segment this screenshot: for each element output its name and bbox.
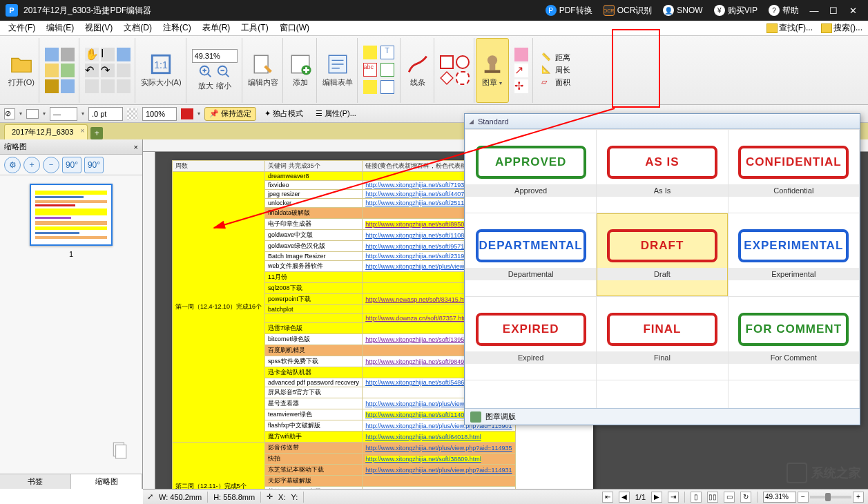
exclusive-mode-toggle[interactable]: ✦独占模式: [260, 108, 307, 119]
arrow-icon[interactable]: ↗: [514, 64, 528, 77]
opacity-input[interactable]: 100%: [142, 107, 177, 121]
stamp-option[interactable]: APPROVEDApproved: [465, 130, 596, 213]
table-link[interactable]: http://www.xitongzhijia.net/plus/view.ph…: [365, 445, 512, 452]
zoom-out-button[interactable]: 缩小: [216, 64, 231, 91]
table-link[interactable]: http://www.xitongzhijia.net/soft/64018.h…: [365, 434, 481, 440]
new-tab-button[interactable]: +: [90, 127, 103, 139]
keep-selected-toggle[interactable]: 📌保持选定: [204, 107, 256, 121]
underline-icon[interactable]: [380, 63, 394, 77]
user-menu[interactable]: 👤SNOW: [663, 5, 702, 16]
stamp-palette-button[interactable]: 图章调版: [465, 408, 860, 425]
edit-content-group[interactable]: 编辑内容: [244, 38, 283, 103]
mail-icon[interactable]: [45, 64, 59, 77]
rotate-ccw-icon[interactable]: 90°: [62, 157, 81, 173]
single-page-view-icon[interactable]: ▯: [691, 492, 702, 503]
edit-form-group[interactable]: 编辑表单: [318, 38, 358, 103]
table-link[interactable]: http://www.downza.cn/soft/87357.html: [365, 315, 470, 322]
properties-button[interactable]: ☰属性(P)...: [311, 108, 360, 119]
table-link[interactable]: http://www.xitongzhijia.net/soft/38809.h…: [365, 456, 481, 463]
eraser-icon[interactable]: [514, 48, 528, 61]
zoom-in-icon[interactable]: +: [853, 492, 864, 503]
export-icon[interactable]: [61, 79, 75, 93]
paste-icon[interactable]: [101, 79, 115, 93]
measure-area[interactable]: ▱面积: [541, 77, 570, 88]
redo-icon[interactable]: ↷: [101, 64, 115, 77]
hand-tool-icon[interactable]: ✋: [85, 48, 99, 61]
rotate-cw-icon[interactable]: 90°: [84, 157, 104, 173]
first-page-button[interactable]: ⇤: [602, 492, 613, 503]
facing-view-icon[interactable]: ▭: [724, 492, 735, 503]
callout-icon[interactable]: [380, 80, 394, 94]
document-tab[interactable]: 2017年12月_6303 ×: [4, 124, 88, 139]
stamp-option[interactable]: AS ISAs Is: [597, 130, 727, 213]
nocolor-swatch[interactable]: ⊘: [4, 108, 15, 119]
strikeout-icon[interactable]: abc: [363, 63, 377, 77]
thumbnails-tab[interactable]: 缩略图: [71, 474, 142, 489]
menu-item[interactable]: 表单(R): [197, 21, 236, 35]
actual-size-group[interactable]: 1:1 实际大小(A): [137, 38, 186, 103]
stamp-option[interactable]: FOR PUBLIC: [465, 380, 596, 408]
menu-item[interactable]: 文档(D): [118, 21, 157, 35]
next-page-button[interactable]: ▶: [651, 492, 662, 503]
minimize-button[interactable]: —: [804, 3, 824, 17]
last-page-button[interactable]: ⇥: [668, 492, 679, 503]
maximize-button[interactable]: ☐: [824, 3, 843, 17]
snapshot-icon[interactable]: [117, 48, 131, 61]
search-button[interactable]: 搜索()...: [818, 22, 865, 34]
close-button[interactable]: ✕: [843, 3, 862, 17]
measure-perimeter[interactable]: 📐周长: [541, 65, 570, 76]
measure-distance[interactable]: 📏距离: [541, 52, 570, 64]
buy-vip-button[interactable]: ¥购买VIP: [714, 5, 758, 17]
stamp-option[interactable]: EXPIREDExpired: [465, 297, 596, 380]
cloud-shape-icon[interactable]: [456, 71, 470, 85]
rect-shape-icon[interactable]: [440, 55, 454, 69]
oval-shape-icon[interactable]: [456, 55, 470, 69]
pdf-convert-button[interactable]: PPDF转换: [546, 5, 592, 17]
zoom-combo[interactable]: [192, 49, 238, 63]
delete-icon[interactable]: [117, 79, 131, 93]
stamp-option[interactable]: CONFIDENTIALConfidential: [729, 130, 859, 213]
table-link[interactable]: http://www.xitongzhijia.net/soft/9849.ht…: [365, 358, 478, 365]
stamp-button[interactable]: 图章 ▾: [476, 38, 509, 103]
zoom-in-thumb-icon[interactable]: ＋: [23, 157, 40, 173]
stamp-option[interactable]: FINALFinal: [597, 297, 727, 380]
table-link[interactable]: http://www.xitongzhijia.net/plus/view.ph…: [365, 467, 512, 474]
zoom-out-icon[interactable]: −: [798, 492, 809, 503]
open-group[interactable]: 打开(O): [4, 38, 39, 103]
table-link[interactable]: http://www.xitongzhijia.net/soft/5486.ht…: [365, 379, 478, 386]
menu-item[interactable]: 注释(C): [157, 21, 197, 35]
page-thumbnail[interactable]: [30, 184, 113, 246]
close-tab-icon[interactable]: ×: [80, 127, 84, 135]
scan-icon[interactable]: [61, 64, 75, 77]
menu-item[interactable]: 编辑(E): [41, 21, 79, 35]
panel-close-icon[interactable]: ×: [134, 143, 138, 151]
zoom-slider[interactable]: [810, 496, 851, 498]
save-icon[interactable]: [45, 48, 59, 61]
lines-group[interactable]: 线条: [402, 38, 434, 103]
select-tool-icon[interactable]: I: [101, 48, 115, 61]
color-swatch[interactable]: [181, 108, 193, 119]
stamp-option[interactable]: NOT FOR: [729, 380, 859, 408]
stroke-width-input[interactable]: .0 pt: [88, 107, 123, 121]
help-button[interactable]: ?帮助: [769, 5, 799, 17]
add-group[interactable]: 添加: [284, 38, 317, 103]
zoom-in-button[interactable]: 放大: [198, 64, 213, 91]
menu-item[interactable]: 工具(T): [235, 21, 273, 35]
clipboard-icon[interactable]: [45, 79, 59, 93]
zoom-input[interactable]: [763, 492, 796, 503]
undo-icon[interactable]: ↶: [85, 64, 99, 77]
menu-item[interactable]: 窗口(W): [274, 21, 315, 35]
highlight-icon[interactable]: [363, 46, 377, 59]
line-style-combo[interactable]: —: [50, 107, 77, 121]
find-button[interactable]: 查找(F)...: [764, 22, 816, 34]
fill-swatch[interactable]: [26, 109, 39, 119]
bookmarks-tab[interactable]: 书签: [0, 474, 71, 489]
ocr-button[interactable]: OCROCR识别: [604, 5, 653, 17]
stamp-option[interactable]: FOR COMMENTFor Comment: [729, 297, 859, 380]
options-menu-icon[interactable]: ⚙: [4, 157, 21, 173]
continuous-view-icon[interactable]: ▯▯: [707, 492, 718, 503]
menu-item[interactable]: 视图(V): [79, 21, 118, 35]
stamp-option[interactable]: DRAFTDraft: [597, 213, 727, 296]
menu-item[interactable]: 文件(F): [3, 21, 41, 35]
prev-page-button[interactable]: ◀: [619, 492, 630, 503]
